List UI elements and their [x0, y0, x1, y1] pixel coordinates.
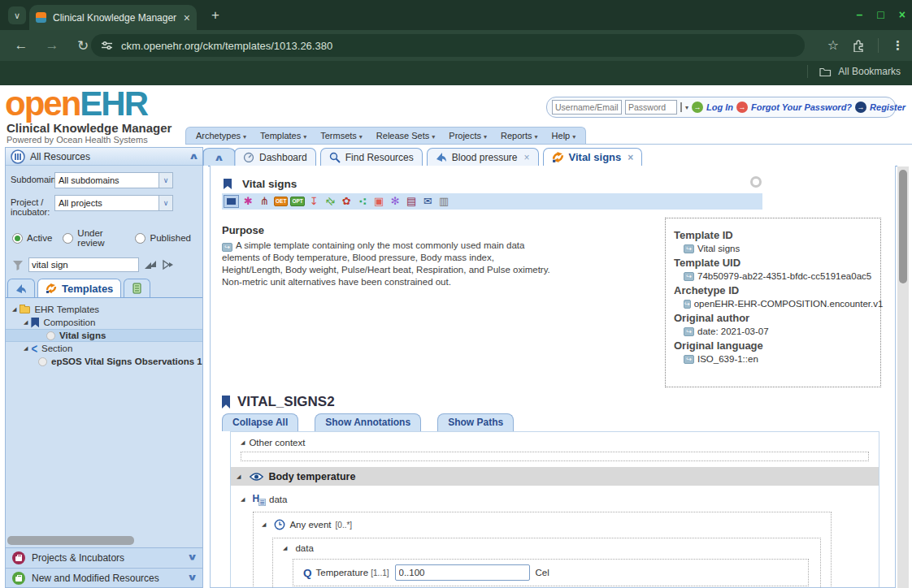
tab-find-resources[interactable]: Find Resources	[320, 148, 423, 166]
browser-tab[interactable]: Clinical Knowledge Manager ×	[29, 5, 197, 30]
tab-vital-signs[interactable]: Vital signs ×	[543, 148, 643, 166]
tree-item-composition[interactable]: ◢ Composition	[6, 316, 202, 329]
oet-export-icon[interactable]: OET	[274, 197, 288, 206]
collapse-panel-icon[interactable]: ∧	[189, 151, 199, 162]
expander-icon[interactable]: ◢	[237, 473, 241, 480]
nav-reports[interactable]: Reports▾	[501, 131, 538, 141]
address-bar[interactable]: ckm.openehr.org/ckm/templates/1013.26.38…	[91, 34, 805, 57]
chevron-down-icon[interactable]: ∧	[187, 552, 198, 563]
expander-icon[interactable]: ◢	[241, 439, 245, 446]
projects-incubators-bar[interactable]: Projects & Incubators ∧	[6, 547, 202, 567]
expander-icon[interactable]: ◢	[241, 496, 245, 503]
temperature-range-input[interactable]	[395, 564, 530, 581]
subdomain-select[interactable]: All subdomains ∨	[54, 172, 173, 188]
collapse-sidebar-icon[interactable]: ∧	[202, 148, 236, 166]
node-any-event[interactable]: ◢ Any event [0..*]	[262, 519, 831, 530]
display-mode-icon[interactable]	[224, 195, 239, 208]
tree-item-vital-signs[interactable]: Vital signs	[6, 329, 202, 342]
node-body-temperature[interactable]: ◢ Body temperature	[231, 467, 879, 486]
share-icon[interactable]: ∴	[356, 195, 369, 209]
chevron-down-icon[interactable]: ∨	[159, 173, 172, 188]
archive-icon[interactable]: ▣	[372, 195, 386, 208]
radio-under-review[interactable]	[63, 233, 73, 244]
nav-projects[interactable]: Projects▾	[449, 131, 487, 141]
nav-termsets[interactable]: Termsets▾	[320, 131, 363, 141]
transform-icon[interactable]: ✻	[389, 195, 402, 208]
search-input[interactable]	[28, 257, 139, 272]
expander-icon[interactable]: ◢	[262, 521, 266, 528]
window-close-button[interactable]: ×	[899, 6, 905, 23]
scrollbar-thumb[interactable]	[899, 170, 907, 283]
print-icon[interactable]: ▥	[437, 195, 451, 208]
tab-close-icon[interactable]: ×	[184, 11, 190, 24]
node-data[interactable]: ◢ H☰ data	[241, 493, 879, 506]
compact-view-icon[interactable]: ⇄	[321, 192, 340, 210]
register-link[interactable]: Register	[870, 102, 905, 112]
site-settings-icon[interactable]	[101, 40, 113, 51]
download-icon[interactable]: ↧	[307, 195, 321, 208]
forgot-password-link[interactable]: Forgot Your Password?	[751, 102, 852, 112]
sidebar-horizontal-scrollbar[interactable]	[7, 536, 201, 546]
close-tab-icon[interactable]: ×	[523, 152, 529, 163]
browser-menu-icon[interactable]: ⋮	[892, 38, 904, 53]
username-field[interactable]	[552, 100, 622, 115]
empty-node-box	[241, 452, 869, 461]
forgot-password-arrow-icon[interactable]: →	[736, 102, 748, 113]
tree-item-ehr-templates[interactable]: ◢ EHR Templates	[6, 303, 202, 316]
expander-icon[interactable]: ◢	[24, 345, 28, 352]
search-options-icon[interactable]	[144, 259, 157, 270]
chevron-down-icon[interactable]: ∨	[159, 196, 172, 210]
mail-icon[interactable]: ✉	[421, 195, 435, 208]
remember-me-checkbox[interactable]	[680, 102, 682, 112]
show-paths-button[interactable]: Show Paths	[437, 413, 514, 431]
caret-down-icon[interactable]: ▾	[685, 104, 688, 111]
extensions-icon[interactable]	[852, 39, 865, 52]
report-icon[interactable]: ▤	[405, 195, 419, 208]
chevron-down-icon[interactable]: ∧	[187, 573, 198, 583]
hierarchy-icon[interactable]: ⋔	[258, 195, 271, 208]
project-select[interactable]: All projects ∨	[54, 195, 173, 211]
register-arrow-icon[interactable]: →	[855, 102, 866, 113]
tree-item-epsos[interactable]: epSOS Vital Signs Observations 1.3.6.1	[6, 355, 202, 368]
main-vertical-scrollbar[interactable]	[897, 166, 909, 588]
scrollbar-thumb[interactable]	[7, 536, 134, 545]
tab-dashboard[interactable]: Dashboard	[234, 148, 316, 166]
password-field[interactable]	[625, 100, 677, 115]
node-data-inner[interactable]: ◢ data	[283, 543, 820, 553]
radio-active[interactable]	[12, 233, 23, 244]
opt-export-icon[interactable]: OPT	[290, 197, 304, 206]
expander-icon[interactable]: ◢	[12, 306, 16, 313]
new-modified-bar[interactable]: New and Modified Resources ∧	[6, 568, 202, 587]
nav-archetypes[interactable]: Archetypes▾	[196, 131, 246, 141]
close-tab-icon[interactable]: ×	[628, 152, 633, 163]
login-arrow-icon[interactable]: →	[692, 102, 703, 113]
back-icon[interactable]: ←	[11, 37, 31, 54]
tab-archetypes[interactable]	[7, 279, 35, 297]
nav-templates[interactable]: Templates▾	[260, 131, 306, 141]
expander-icon[interactable]: ◢	[283, 545, 287, 551]
all-resources-header[interactable]: All Resources ∧	[6, 148, 202, 166]
tree-item-section[interactable]: ◢ < Section	[6, 342, 202, 355]
show-annotations-button[interactable]: Show Annotations	[315, 413, 421, 431]
nav-release-sets[interactable]: Release Sets▾	[376, 131, 435, 141]
nav-help[interactable]: Help▾	[552, 131, 576, 141]
new-tab-button[interactable]: +	[206, 6, 224, 24]
node-other-context[interactable]: ◢ Other context	[241, 438, 879, 447]
bookmark-star-icon[interactable]: ☆	[827, 37, 839, 53]
tab-search-icon[interactable]: ∨	[8, 6, 26, 24]
radio-published[interactable]	[135, 233, 145, 244]
window-minimize-button[interactable]: –	[857, 6, 863, 23]
forward-icon[interactable]: →	[42, 37, 62, 54]
tab-blood-pressure[interactable]: Blood pressure ×	[427, 148, 539, 166]
mindmap-icon[interactable]: ✱	[241, 195, 255, 208]
expander-icon[interactable]: ◢	[24, 319, 28, 326]
all-bookmarks-button[interactable]: All Bookmarks	[807, 65, 901, 78]
window-maximize-button[interactable]: □	[877, 6, 884, 23]
tab-templates[interactable]: Templates	[37, 279, 121, 297]
navigate-next-icon[interactable]	[162, 259, 174, 270]
log-in-link[interactable]: Log In	[706, 102, 733, 112]
reload-icon[interactable]: ↻	[73, 37, 93, 54]
tab-termsets[interactable]	[124, 279, 150, 297]
collapse-all-button[interactable]: Collapse All	[222, 413, 298, 431]
certify-icon[interactable]: ✿	[340, 195, 354, 208]
